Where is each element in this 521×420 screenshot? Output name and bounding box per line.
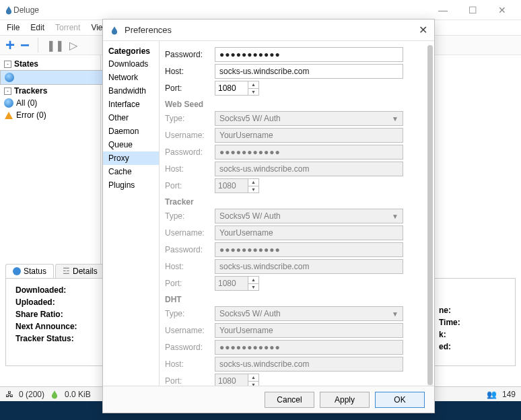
host-field (215, 259, 403, 274)
port-spinner: ▲▼ (215, 374, 427, 386)
details-icon: ☲ (63, 267, 70, 276)
trackers-label: Trackers (14, 86, 47, 96)
cancel-button[interactable]: Cancel (265, 392, 314, 408)
app-icon (110, 26, 119, 35)
chevron-down-icon: ▼ (248, 284, 258, 291)
port-label: Port: (165, 181, 215, 190)
category-downloads[interactable]: Downloads (103, 57, 159, 71)
close-icon[interactable]: ✕ (419, 24, 427, 36)
ok-button[interactable]: OK (375, 392, 425, 408)
chevron-down-icon: ▼ (392, 213, 398, 220)
window-title: Deluge (13, 5, 39, 15)
peer-host-field[interactable] (215, 64, 403, 79)
menu-file[interactable]: File (3, 22, 24, 34)
share-ratio-label: Share Ratio: (15, 310, 77, 319)
port-value (215, 276, 248, 291)
type-value: Socksv5 W/ Auth (219, 114, 281, 123)
states-label: States (14, 59, 38, 69)
trackers-error[interactable]: Error (0) (0, 109, 100, 121)
chevron-up-icon[interactable]: ▲ (248, 81, 258, 89)
close-button[interactable]: ✕ (487, 1, 517, 20)
type-value: Socksv5 W/ Auth (219, 211, 281, 221)
frag-k: k: (439, 330, 460, 339)
toolbar-separator (38, 38, 38, 53)
port-value (215, 178, 248, 193)
scrollbar[interactable] (427, 45, 433, 386)
speed-value: 0.0 KiB (65, 390, 91, 399)
password-label: Password: (165, 147, 215, 157)
tab-details-label: Details (73, 267, 98, 276)
expander-icon[interactable]: - (4, 61, 11, 68)
connections-value: 0 (200) (19, 390, 44, 399)
category-other[interactable]: Other (103, 111, 159, 125)
states-header[interactable]: - States (0, 58, 100, 70)
type-select: Socksv5 W/ Auth▼ (215, 111, 403, 126)
tab-status[interactable]: Status (5, 264, 54, 278)
expander-icon[interactable]: - (4, 88, 11, 95)
pause-icon[interactable]: ❚❚ (46, 39, 64, 52)
username-label: Username: (165, 228, 215, 238)
password-field (215, 242, 403, 257)
connections-icon: 🖧 (5, 390, 13, 399)
peer-port-spinner[interactable]: ▲▼ (215, 81, 427, 96)
add-torrent-button[interactable]: + (5, 36, 15, 55)
category-proxy[interactable]: Proxy (103, 151, 159, 165)
categories-header: Categories (103, 45, 159, 57)
username-label: Username: (165, 131, 215, 140)
chevron-down-icon: ▼ (248, 382, 258, 386)
type-select: Socksv5 W/ Auth▼ (215, 209, 403, 223)
trackers-error-label: Error (0) (16, 110, 46, 120)
preferences-dialog: Preferences ✕ Categories Downloads Netwo… (102, 19, 435, 413)
category-daemon[interactable]: Daemon (103, 125, 159, 138)
apply-button[interactable]: Apply (320, 392, 370, 408)
frag-ed: ed: (439, 342, 460, 351)
section-title: Web Seed (165, 100, 427, 109)
dialog-buttons: Cancel Apply OK (103, 386, 434, 413)
port-spinner: ▲▼ (215, 276, 427, 291)
host-label: Host: (165, 164, 215, 174)
category-plugins[interactable]: Plugins (103, 178, 159, 192)
peer-port-value[interactable] (215, 81, 248, 96)
tab-status-label: Status (24, 267, 46, 276)
password-label: Password: (165, 343, 215, 352)
chevron-up-icon: ▲ (248, 374, 258, 382)
peers-icon: 👥 (487, 390, 497, 399)
type-label: Type: (165, 309, 215, 318)
username-field (215, 128, 403, 143)
downloaded-label: Downloaded: (15, 285, 77, 295)
peers-value: 149 (502, 390, 516, 399)
category-cache[interactable]: Cache (103, 165, 159, 178)
category-list: Categories Downloads Network Bandwidth I… (103, 41, 160, 386)
port-label: Port: (165, 279, 215, 288)
category-queue[interactable]: Queue (103, 138, 159, 151)
host-label: Host: (165, 262, 215, 271)
remove-torrent-button[interactable]: − (20, 36, 30, 55)
chevron-down-icon: ▼ (392, 115, 398, 123)
host-field (215, 162, 403, 176)
chevron-down-icon[interactable]: ▼ (248, 89, 258, 96)
play-icon[interactable]: ▷ (69, 39, 77, 52)
minimize-button[interactable]: — (428, 1, 458, 20)
peer-password-label: Password: (165, 50, 215, 59)
peer-password-field[interactable] (215, 47, 403, 62)
port-value (215, 374, 248, 386)
status-panel-right-fragment: ne: Time: k: ed: (439, 306, 460, 351)
trackers-all[interactable]: All (0) (0, 97, 100, 109)
menu-edit[interactable]: Edit (26, 22, 48, 34)
app-icon (4, 5, 13, 15)
type-select: Socksv5 W/ Auth▼ (215, 306, 403, 321)
dialog-title: Preferences (125, 25, 172, 35)
category-bandwidth[interactable]: Bandwidth (103, 84, 159, 98)
maximize-button[interactable]: ☐ (458, 1, 487, 20)
trackers-header[interactable]: - Trackers (0, 85, 100, 97)
category-interface[interactable]: Interface (103, 98, 159, 111)
globe-icon (5, 73, 14, 82)
username-label: Username: (165, 326, 215, 335)
section-title: Tracker (165, 197, 427, 207)
password-field (215, 145, 403, 160)
tab-details[interactable]: ☲ Details (55, 264, 105, 278)
info-icon (13, 267, 21, 275)
scrollbar-thumb[interactable] (427, 45, 433, 385)
category-network[interactable]: Network (103, 71, 159, 84)
seed-icon (50, 390, 59, 399)
